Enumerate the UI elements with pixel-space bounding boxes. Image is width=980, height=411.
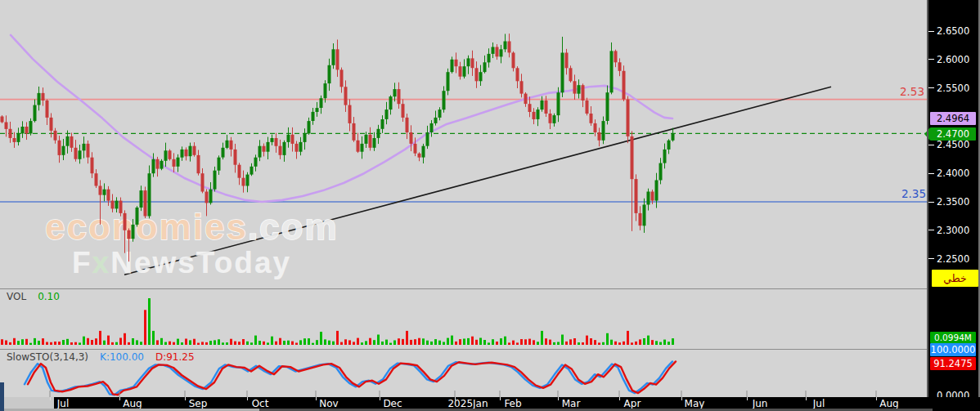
time-axis-tick [316, 397, 317, 400]
sto-k-value: K:100.00 [100, 351, 144, 363]
sto-d-badge: 91.2475 [930, 357, 976, 370]
month-label: Oct [252, 398, 269, 409]
time-axis-tick [681, 397, 682, 400]
time-axis-tick [380, 397, 380, 400]
price-tick-label: 2.4500 [937, 139, 969, 150]
price-tick-label: 2.2500 [937, 253, 969, 265]
price-tick-label: 2.3000 [937, 225, 969, 236]
time-axis-tick [500, 397, 501, 400]
time-axis-tick [247, 397, 248, 400]
resistance-price-label: 2.53 [887, 85, 924, 98]
watermark-subbrand: FxNewsToday [72, 246, 291, 279]
scale-type-button[interactable]: خطي [932, 270, 978, 287]
time-axis-tick [185, 397, 186, 400]
panel-separator[interactable] [0, 288, 980, 289]
price-tick-label: 2.3500 [937, 196, 969, 208]
volume-indicator-value: 0.10 [38, 291, 60, 302]
axis-tick-mark [928, 31, 934, 32]
month-label: Dec [383, 398, 402, 409]
support-price-label: 2.35 [888, 187, 926, 200]
price-tick-label: 2.4000 [937, 168, 969, 179]
time-axis-tick [558, 397, 559, 400]
sto-d-value: D:91.25 [155, 351, 195, 363]
axis-tick-mark [928, 145, 934, 145]
month-label: May [685, 398, 705, 409]
sto-panel-header: SlowSTO(3,14,3) K:100.00 D:91.25 [7, 351, 195, 363]
time-axis-tick [119, 397, 120, 400]
axis-tick-mark [928, 258, 934, 259]
time-axis-tick [619, 397, 620, 400]
time-axis-tick [50, 397, 51, 400]
month-label: Jul [813, 398, 825, 409]
month-label: Jun [753, 398, 768, 409]
volume-indicator-name: VOL [7, 291, 26, 302]
month-label: Aug [879, 398, 898, 409]
price-tick-label: 2.6500 [937, 25, 969, 37]
volume-value-badge: 0.0994M [930, 332, 976, 343]
sto-indicator-name: SlowSTO(3,14,3) [7, 351, 88, 363]
month-label: Apr [624, 398, 641, 409]
month-label: Aug [123, 398, 142, 409]
ma-price-badge: 2.4964 [930, 112, 976, 125]
month-label: Mar [562, 398, 581, 409]
price-tick-label: 2.5500 [937, 83, 969, 94]
time-axis-tick [747, 397, 748, 400]
month-label: 2025Jan [447, 398, 488, 409]
trading-chart-window: economies.com FxNewsToday 2.53 2.35 VOL … [0, 0, 980, 411]
watermark: economies.com FxNewsToday [45, 207, 339, 279]
month-label: Jul [57, 398, 69, 409]
time-axis-tick [876, 397, 877, 400]
last-price-badge: 2.4700 [930, 127, 976, 141]
sto-k-badge: 100.0000 [930, 343, 976, 356]
axis-tick-mark [928, 87, 934, 88]
panel-separator[interactable] [0, 349, 928, 350]
month-label: Feb [504, 398, 521, 409]
month-label: Nov [319, 398, 338, 409]
price-tick-label: 2.6000 [937, 54, 969, 65]
volume-panel-header: VOL 0.10 [7, 291, 60, 302]
nav-corner-handle[interactable] [0, 382, 4, 411]
price-axis[interactable]: 2.65002.60002.55002.45002.40002.35002.30… [928, 0, 980, 411]
axis-tick-mark [928, 202, 934, 203]
axis-border [927, 0, 928, 411]
axis-tick-mark [928, 230, 934, 230]
time-axis-tick [806, 397, 807, 400]
axis-tick-mark [928, 59, 934, 60]
axis-tick-mark [928, 173, 934, 174]
month-label: Sep [189, 398, 208, 409]
watermark-brand: economies.com [45, 207, 339, 247]
